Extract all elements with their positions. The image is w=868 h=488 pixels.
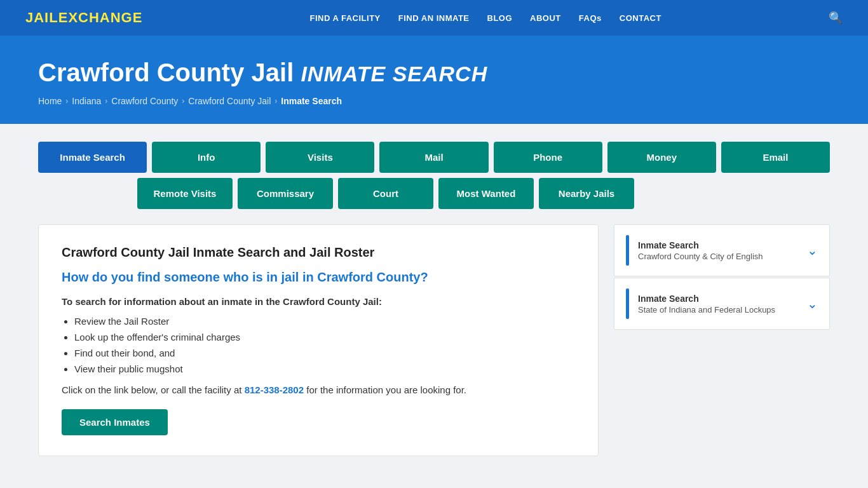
tab-money[interactable]: Money — [607, 142, 716, 173]
nav-item-blog[interactable]: BLOG — [487, 13, 513, 23]
tab-email[interactable]: Email — [721, 142, 830, 173]
tabs-section: Inmate Search Info Visits Mail Phone Mon… — [0, 124, 868, 209]
nav-menu: FIND A FACILITYFIND AN INMATEBLOGABOUTFA… — [310, 12, 661, 24]
tab-remote-visits[interactable]: Remote Visits — [137, 178, 233, 209]
cta-text: Click on the link below, or call the fac… — [62, 384, 575, 395]
left-panel-subheading: How do you find someone who is in jail i… — [62, 270, 575, 285]
acc-sub-1: Crawford County & City of English — [638, 252, 807, 261]
search-inmates-button[interactable]: Search Inmates — [62, 409, 168, 435]
nav-item-about[interactable]: ABOUT — [530, 13, 561, 23]
list-item: Find out their bond, and — [74, 348, 575, 358]
list-item: View their public mugshot — [74, 363, 575, 374]
accent-bar-2 — [626, 288, 629, 319]
left-panel: Crawford County Jail Inmate Search and J… — [38, 224, 599, 456]
list-item: Review the Jail Roster — [74, 316, 575, 327]
logo-part1: JAIL — [25, 10, 58, 25]
tab-mail[interactable]: Mail — [379, 142, 488, 173]
list-item: Look up the offender's criminal charges — [74, 332, 575, 342]
logo-accent: E — [58, 10, 69, 25]
acc-sub-2: State of Indiana and Federal Lockups — [638, 305, 807, 315]
tab-visits[interactable]: Visits — [266, 142, 374, 173]
breadcrumb-sep2: › — [105, 97, 107, 105]
acc-text-1: Inmate Search Crawford County & City of … — [638, 240, 807, 261]
acc-title-1: Inmate Search — [638, 240, 807, 250]
tab-commissary[interactable]: Commissary — [238, 178, 333, 209]
search-icon[interactable]: 🔍 — [829, 11, 843, 25]
breadcrumb-county[interactable]: Crawford County — [111, 96, 178, 106]
tabs-row-1: Inmate Search Info Visits Mail Phone Mon… — [38, 142, 830, 173]
chevron-down-icon-2: ⌄ — [807, 296, 818, 311]
site-logo[interactable]: JAILEXCHANGE — [25, 10, 142, 26]
accordion-item-1: Inmate Search Crawford County & City of … — [614, 224, 830, 276]
main-content: Crawford County Jail Inmate Search and J… — [0, 224, 868, 482]
right-panel: Inmate Search Crawford County & City of … — [614, 224, 830, 331]
breadcrumb-home[interactable]: Home — [38, 96, 62, 106]
acc-title-2: Inmate Search — [638, 294, 807, 304]
logo-part2: XCHANGE — [68, 10, 142, 25]
tab-phone[interactable]: Phone — [494, 142, 602, 173]
hero-section: Crawford County Jail INMATE SEARCH Home … — [0, 36, 868, 124]
navbar: JAILEXCHANGE FIND A FACILITYFIND AN INMA… — [0, 0, 868, 36]
tabs-row-2: Remote Visits Commissary Court Most Want… — [137, 178, 830, 209]
breadcrumb-sep3: › — [182, 97, 184, 105]
tab-nearby-jails[interactable]: Nearby Jails — [539, 178, 634, 209]
title-italic: INMATE SEARCH — [301, 62, 487, 86]
tab-most-wanted[interactable]: Most Wanted — [438, 178, 534, 209]
tab-info[interactable]: Info — [152, 142, 261, 173]
accordion-header-2[interactable]: Inmate Search State of Indiana and Feder… — [614, 278, 829, 329]
chevron-down-icon: ⌄ — [807, 243, 818, 258]
breadcrumb-current: Inmate Search — [281, 96, 342, 106]
nav-item-faqs[interactable]: FAQs — [579, 13, 602, 23]
tab-court[interactable]: Court — [338, 178, 433, 209]
nav-item-contact[interactable]: CONTACT — [620, 13, 661, 23]
breadcrumb-sep4: › — [275, 97, 277, 105]
acc-text-2: Inmate Search State of Indiana and Feder… — [638, 294, 807, 315]
accordion-item-2: Inmate Search State of Indiana and Feder… — [614, 278, 830, 330]
breadcrumb-sep: › — [65, 97, 68, 105]
breadcrumb-jail[interactable]: Crawford County Jail — [188, 96, 271, 106]
phone-link[interactable]: 812-338-2802 — [245, 384, 304, 395]
tab-inmate-search[interactable]: Inmate Search — [38, 142, 147, 173]
nav-item-find-a-facility[interactable]: FIND A FACILITY — [310, 13, 381, 23]
breadcrumb-indiana[interactable]: Indiana — [72, 96, 101, 106]
left-panel-heading: Crawford County Jail Inmate Search and J… — [62, 245, 575, 260]
accent-bar-1 — [626, 235, 629, 266]
left-panel-list: Review the Jail Roster Look up the offen… — [74, 316, 575, 374]
title-main: Crawford County Jail — [38, 58, 294, 86]
left-panel-intro: To search for information about an inmat… — [62, 296, 575, 307]
breadcrumb: Home › Indiana › Crawford County › Crawf… — [38, 96, 830, 106]
nav-item-find-an-inmate[interactable]: FIND AN INMATE — [398, 13, 470, 23]
accordion-header-1[interactable]: Inmate Search Crawford County & City of … — [614, 225, 829, 276]
page-title: Crawford County Jail INMATE SEARCH — [38, 58, 830, 87]
